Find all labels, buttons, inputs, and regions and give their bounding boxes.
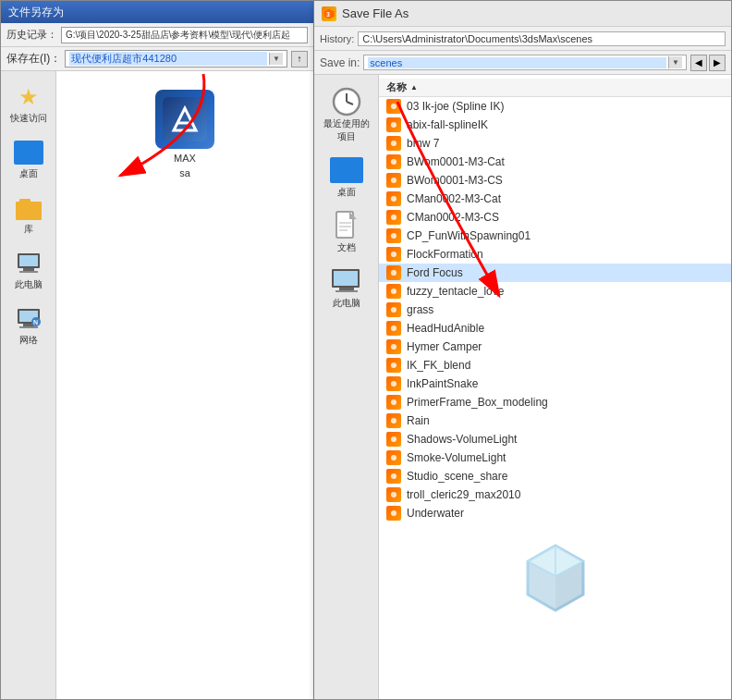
- list-item[interactable]: Hymer Camper: [379, 338, 731, 356]
- file-3d-icon: [386, 136, 401, 151]
- list-item[interactable]: Shadows-VolumeLight: [379, 430, 731, 448]
- right-sidebar-label-computer: 此电脑: [333, 297, 360, 310]
- svg-rect-4: [23, 268, 34, 271]
- right-history-path[interactable]: C:\Users\Administrator\Documents\3dsMax\…: [358, 31, 726, 46]
- file-name-sa: sa: [179, 167, 190, 178]
- list-item[interactable]: 03 Ik-joe (Spline IK): [379, 97, 731, 116]
- right-sidebar: 最近使用的项目 桌面 文档: [314, 75, 379, 699]
- file-3d-icon: [386, 395, 401, 410]
- list-item[interactable]: FlockFormation: [379, 245, 731, 264]
- list-item[interactable]: Smoke-VolumeLight: [379, 448, 731, 467]
- left-history-path[interactable]: G:\项目\2020-3-25甜品店\参考资料\模型\现代\便利店起: [61, 27, 308, 43]
- file-name: 03 Ik-joe (Spline IK): [407, 100, 504, 113]
- right-sidebar-item-documents[interactable]: 文档: [318, 208, 375, 258]
- file-name-ford-focus: Ford Focus: [407, 266, 463, 279]
- left-combo-arrow[interactable]: ▼: [269, 53, 283, 65]
- file-list-header: 名称 ▲: [379, 79, 731, 97]
- list-item[interactable]: fuzzy_tentacle_love: [379, 282, 731, 301]
- list-item[interactable]: HeadHudAnible: [379, 319, 731, 338]
- right-sidebar-label-documents: 文档: [337, 241, 356, 254]
- file-label-max: MAX: [174, 153, 196, 164]
- right-savein-combo[interactable]: scenes ▼: [363, 55, 687, 70]
- right-sidebar-label-recent: 最近使用的项目: [322, 117, 372, 143]
- right-sidebar-item-computer[interactable]: 此电脑: [318, 264, 375, 313]
- list-item-ford-focus[interactable]: Ford Focus: [379, 264, 731, 282]
- file-3d-icon: [386, 469, 401, 484]
- right-sidebar-item-desktop[interactable]: 桌面: [318, 153, 375, 203]
- list-item[interactable]: BWom0001-M3-CS: [379, 171, 731, 190]
- file-3d-icon: [386, 487, 401, 502]
- sidebar-item-computer[interactable]: 此电脑: [5, 247, 53, 295]
- left-savein-row: 保存在(I)： 现代便利店超市441280 ▼ ↑: [1, 47, 313, 71]
- list-item[interactable]: BWom0001-M3-Cat: [379, 153, 731, 171]
- sidebar-item-library[interactable]: 库: [5, 191, 53, 239]
- file-name: HeadHudAnible: [407, 322, 484, 335]
- file-3d-icon: [386, 376, 401, 391]
- file-name: FlockFormation: [407, 248, 483, 261]
- svg-text:3: 3: [326, 11, 330, 18]
- left-save-dialog: 文件另存为 历史记录： G:\项目\2020-3-25甜品店\参考资料\模型\现…: [0, 0, 314, 700]
- list-item[interactable]: abix-fall-splineIK: [379, 116, 731, 134]
- list-item[interactable]: InkPaintSnake: [379, 375, 731, 393]
- left-up-button[interactable]: ↑: [291, 51, 308, 68]
- file-3d-icon: [386, 450, 401, 465]
- watermark-3d-logo: [518, 541, 592, 615]
- clock-icon: [330, 88, 363, 116]
- right-savein-row: Save in: scenes ▼ ◀ ▶: [314, 51, 731, 75]
- right-back-button[interactable]: ◀: [690, 55, 707, 71]
- file-name: Smoke-VolumeLight: [407, 451, 506, 464]
- file-name: CP_FunWithSpawning01: [407, 229, 531, 242]
- right-sidebar-label-desktop: 桌面: [337, 186, 356, 199]
- file-name: CMan0002-M3-Cat: [407, 192, 501, 205]
- svg-rect-28: [339, 288, 354, 290]
- right-combo-arrow[interactable]: ▼: [668, 56, 682, 68]
- right-forward-button[interactable]: ▶: [709, 55, 726, 71]
- sort-indicator: ▲: [410, 83, 418, 92]
- file-name: InkPaintSnake: [407, 377, 478, 390]
- right-title-text: Save File As: [342, 6, 409, 20]
- sidebar-label-computer: 此电脑: [15, 278, 43, 291]
- list-item[interactable]: CMan0002-M3-Cat: [379, 190, 731, 208]
- left-title-bar: 文件另存为: [1, 1, 313, 23]
- left-history-row: 历史记录： G:\项目\2020-3-25甜品店\参考资料\模型\现代\便利店起: [1, 23, 313, 47]
- file-name: Hymer Camper: [407, 340, 482, 353]
- left-title-text: 文件另存为: [8, 5, 64, 20]
- file-name: fuzzy_tentacle_love: [407, 285, 504, 298]
- sidebar-item-quickaccess[interactable]: ★ 快速访问: [5, 80, 53, 129]
- right-content-area: 最近使用的项目 桌面 文档: [314, 75, 731, 699]
- left-history-label: 历史记录：: [6, 28, 57, 42]
- list-item[interactable]: CMan0002-M3-CS: [379, 208, 731, 227]
- list-item[interactable]: PrimerFrame_Box_modeling: [379, 393, 731, 411]
- left-savein-combo[interactable]: 现代便利店超市441280 ▼: [65, 50, 287, 68]
- list-item[interactable]: Studio_scene_share: [379, 467, 731, 485]
- right-file-list[interactable]: 名称 ▲ 03 Ik-joe (Spline IK) abix-fall-spl…: [379, 75, 731, 699]
- list-item[interactable]: CP_FunWithSpawning01: [379, 227, 731, 245]
- file-3d-icon: [386, 191, 401, 206]
- right-history-label: History:: [320, 33, 354, 44]
- right-sidebar-item-recent[interactable]: 最近使用的项目: [318, 84, 375, 147]
- file-name: Studio_scene_share: [407, 470, 507, 483]
- list-item[interactable]: bmw 7: [379, 134, 731, 153]
- svg-rect-27: [334, 271, 358, 286]
- file-name: IK_FK_blend: [407, 359, 470, 372]
- file-name: Shadows-VolumeLight: [407, 433, 517, 446]
- computer-icon: [14, 251, 43, 276]
- file-3d-icon: [386, 302, 401, 317]
- file-3d-icon: [386, 506, 401, 521]
- sidebar-item-network[interactable]: N 网络: [5, 302, 53, 350]
- file-item-max[interactable]: MAX sa: [155, 90, 214, 178]
- sidebar-item-desktop[interactable]: 桌面: [5, 136, 53, 184]
- list-item[interactable]: Rain: [379, 411, 731, 430]
- list-item[interactable]: grass: [379, 301, 731, 319]
- file-3d-icon: [386, 339, 401, 354]
- file-name: BWom0001-M3-CS: [407, 174, 503, 187]
- col-header-name: 名称: [386, 80, 407, 94]
- list-item[interactable]: troll_cleric29_max2010: [379, 485, 731, 504]
- left-nav-buttons: ↑: [291, 51, 308, 68]
- list-item[interactable]: IK_FK_blend: [379, 356, 731, 375]
- file-name: Underwater: [407, 507, 464, 520]
- file-3d-icon: [386, 247, 401, 262]
- svg-rect-5: [19, 271, 38, 273]
- list-item[interactable]: Underwater: [379, 504, 731, 522]
- left-savein-value: 现代便利店超市441280: [69, 52, 267, 66]
